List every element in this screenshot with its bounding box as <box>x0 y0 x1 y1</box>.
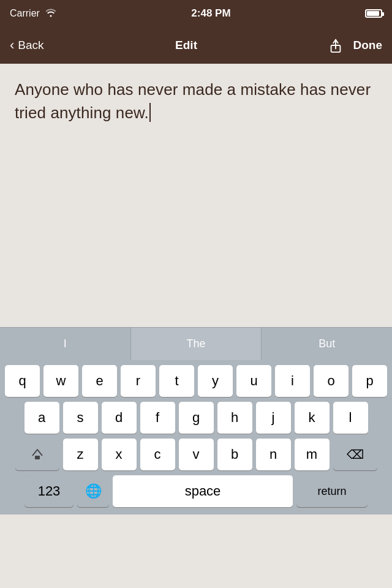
key-o[interactable]: o <box>314 365 349 397</box>
space-label: space <box>185 483 221 499</box>
key-h[interactable]: h <box>217 402 252 434</box>
key-t[interactable]: t <box>159 365 194 397</box>
delete-icon: ⌫ <box>347 447 364 462</box>
battery-icon <box>365 9 382 18</box>
key-q[interactable]: q <box>5 365 40 397</box>
key-c[interactable]: c <box>140 439 175 470</box>
key-row-4: 123 🌐 space return <box>2 475 390 507</box>
key-e[interactable]: e <box>82 365 117 397</box>
autocomplete-right[interactable]: But <box>262 328 392 360</box>
key-k[interactable]: k <box>295 402 330 434</box>
key-p[interactable]: p <box>352 365 387 397</box>
key-d[interactable]: d <box>102 402 137 434</box>
key-w[interactable]: w <box>43 365 78 397</box>
status-time: 2:48 PM <box>191 7 230 20</box>
wifi-icon <box>45 7 57 20</box>
delete-key[interactable]: ⌫ <box>333 439 377 470</box>
key-r[interactable]: r <box>121 365 156 397</box>
autocomplete-left[interactable]: I <box>0 328 131 360</box>
key-n[interactable]: n <box>256 439 291 470</box>
globe-key[interactable]: 🌐 <box>77 475 109 507</box>
key-a[interactable]: a <box>24 402 59 434</box>
globe-icon: 🌐 <box>85 483 102 499</box>
key-row-1: q w e r t y u i o p <box>2 365 390 397</box>
key-z[interactable]: z <box>63 439 98 470</box>
status-bar: Carrier 2:48 PM <box>0 0 392 27</box>
share-button[interactable] <box>329 37 342 53</box>
numbers-key[interactable]: 123 <box>24 475 74 507</box>
back-chevron-icon: ‹ <box>10 37 14 53</box>
back-button[interactable]: ‹ Back <box>10 37 44 53</box>
key-s[interactable]: s <box>63 402 98 434</box>
key-m[interactable]: m <box>295 439 330 470</box>
done-button[interactable]: Done <box>353 39 383 52</box>
svg-rect-2 <box>35 456 40 459</box>
text-area[interactable]: Anyone who has never made a mistake has … <box>0 64 392 327</box>
return-label: return <box>317 485 346 498</box>
key-g[interactable]: g <box>179 402 214 434</box>
status-left: Carrier <box>10 7 57 20</box>
nav-title: Edit <box>175 39 197 52</box>
key-i[interactable]: i <box>275 365 310 397</box>
key-y[interactable]: y <box>198 365 233 397</box>
key-l[interactable]: l <box>333 402 368 434</box>
autocomplete-bar: I The But <box>0 327 392 360</box>
shift-key[interactable] <box>15 439 59 470</box>
nav-right-actions: Done <box>329 37 383 53</box>
carrier-label: Carrier <box>10 8 40 19</box>
cursor <box>149 103 151 122</box>
key-u[interactable]: u <box>236 365 271 397</box>
space-key[interactable]: space <box>113 475 293 507</box>
keyboard: q w e r t y u i o p a s d f g h j k l z … <box>0 360 392 514</box>
key-j[interactable]: j <box>256 402 291 434</box>
autocomplete-middle[interactable]: The <box>131 328 262 360</box>
numbers-label: 123 <box>38 483 61 499</box>
key-row-2: a s d f g h j k l <box>2 402 390 434</box>
nav-bar: ‹ Back Edit Done <box>0 27 392 64</box>
key-x[interactable]: x <box>102 439 137 470</box>
key-f[interactable]: f <box>140 402 175 434</box>
key-v[interactable]: v <box>179 439 214 470</box>
back-label: Back <box>18 39 43 52</box>
key-row-3: z x c v b n m ⌫ <box>2 439 390 470</box>
return-key[interactable]: return <box>296 475 368 507</box>
key-b[interactable]: b <box>217 439 252 470</box>
quote-text: Anyone who has never made a mistake has … <box>15 80 371 122</box>
status-right <box>365 9 382 18</box>
